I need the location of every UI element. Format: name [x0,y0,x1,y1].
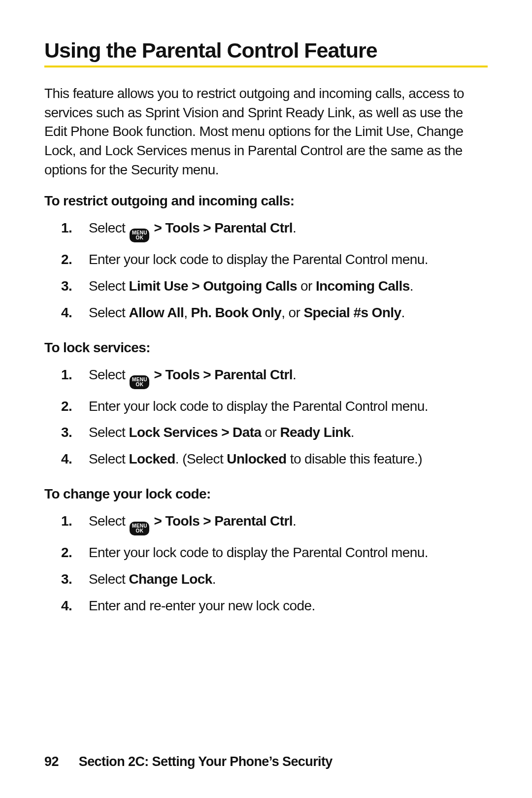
sections-container: To restrict outgoing and incoming calls:… [44,193,488,619]
step-text: or [297,278,316,294]
step-item: Select MENUOK > Tools > Parental Ctrl. [44,215,488,246]
step-text: Select [89,571,129,587]
bold-text: Locked [129,451,175,466]
step-item: Enter your lock code to display the Pare… [44,393,488,420]
step-item: Select MENUOK > Tools > Parental Ctrl. [44,362,488,393]
bold-text: Lock Services > Data [129,425,261,440]
intro-paragraph: This feature allows you to restrict outg… [44,84,488,179]
step-text: to disable this feature.) [287,451,422,466]
step-text: . (Select [175,451,227,466]
step-text: . [293,220,296,235]
bold-text: Incoming Calls [316,278,410,294]
step-item: Enter and re-enter your new lock code. [44,593,488,619]
step-text: . [293,367,296,382]
subheading: To change your lock code: [44,486,488,502]
subheading: To restrict outgoing and incoming calls: [44,193,488,209]
bold-text: Allow All [129,305,184,320]
step-text: Select [89,278,129,294]
step-text: . [351,425,354,440]
step-text: or [261,425,280,440]
step-text: Select [89,305,129,320]
bold-text: > Tools > Parental Ctrl [150,513,293,529]
bold-text: Ready Link [280,425,350,440]
step-item: Select MENUOK > Tools > Parental Ctrl. [44,508,488,539]
step-item: Select Limit Use > Outgoing Calls or Inc… [44,273,488,299]
bold-text: Ph. Book Only [191,305,282,320]
footer-section-label: Section 2C: Setting Your Phone’s Securit… [79,754,332,769]
bold-text: > Tools > Parental Ctrl [150,367,293,382]
bold-text: Change Lock [129,571,212,587]
bold-text: Limit Use > Outgoing Calls [129,278,297,294]
step-list: Select MENUOK > Tools > Parental Ctrl.En… [44,215,488,326]
step-item: Enter your lock code to display the Pare… [44,246,488,273]
step-item: Select Change Lock. [44,566,488,593]
step-text: . [293,513,296,529]
step-item: Select Locked. (Select Unlocked to disab… [44,446,488,472]
page-footer: 92 Section 2C: Setting Your Phone’s Secu… [44,754,332,769]
page-number: 92 [44,754,59,769]
step-text: Select [89,220,129,235]
step-text: . [212,571,216,587]
step-item: Select Allow All, Ph. Book Only, or Spec… [44,299,488,326]
step-text: Enter your lock code to display the Pare… [89,545,428,560]
step-text: . [401,305,404,320]
step-text: Enter your lock code to display the Pare… [89,252,428,267]
step-text: Select [89,425,129,440]
bold-text: > Tools > Parental Ctrl [150,220,293,235]
step-text: Enter your lock code to display the Pare… [89,399,428,414]
step-text: Select [89,451,129,466]
step-list: Select MENUOK > Tools > Parental Ctrl.En… [44,362,488,472]
step-text: , [184,305,191,320]
step-text: Select [89,513,129,529]
step-item: Enter your lock code to display the Pare… [44,539,488,566]
menu-ok-icon: MENUOK [130,229,149,242]
step-text: , or [281,305,303,320]
subheading: To lock services: [44,340,488,356]
bold-text: Unlocked [227,451,286,466]
document-page: Using the Parental Control Feature This … [0,0,532,798]
menu-ok-icon: MENUOK [130,375,149,389]
page-title: Using the Parental Control Feature [44,38,488,67]
step-text: Select [89,367,129,382]
step-item: Select Lock Services > Data or Ready Lin… [44,419,488,446]
step-text: . [410,278,413,294]
step-list: Select MENUOK > Tools > Parental Ctrl.En… [44,508,488,619]
step-text: Enter and re-enter your new lock code. [89,598,315,613]
menu-ok-icon: MENUOK [130,522,149,535]
bold-text: Special #s Only [303,305,401,320]
